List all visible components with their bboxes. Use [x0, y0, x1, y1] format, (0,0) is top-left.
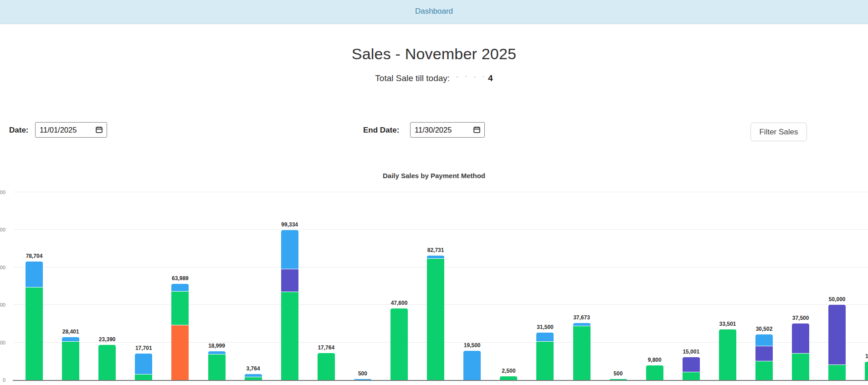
bar-20[interactable] — [719, 329, 736, 380]
bar-segment-blue[interactable] — [536, 333, 554, 342]
bar-segment-green[interactable] — [683, 372, 700, 380]
total-sale-visible-digit: 4 — [488, 73, 493, 83]
bar-segment-green[interactable] — [26, 287, 43, 380]
chart-title: Daily Sales by Payment Method — [0, 172, 868, 180]
bar-chart-plot[interactable]: 025,00050,00075,000100,000125,00078,7042… — [0, 182, 868, 385]
bar-segment-blue[interactable] — [135, 354, 152, 375]
bar-segment-green[interactable] — [390, 308, 408, 380]
bar-segment-blue[interactable] — [573, 323, 591, 326]
bar-13[interactable] — [463, 351, 481, 380]
bar-4[interactable] — [135, 354, 152, 380]
nav-bar: Dashboard — [0, 0, 868, 24]
bar-segment-green[interactable] — [610, 379, 627, 380]
bar-18[interactable] — [646, 365, 663, 380]
bar-segment-green[interactable] — [98, 345, 116, 380]
bar-3[interactable] — [98, 345, 116, 380]
bar-8[interactable] — [281, 230, 298, 380]
bar-segment-purple[interactable] — [755, 346, 773, 361]
bar-value-label: 47,600 — [374, 300, 424, 306]
bar-segment-green[interactable] — [865, 362, 868, 380]
bar-value-label: 19,500 — [447, 342, 497, 349]
bar-value-label: 500 — [593, 370, 643, 377]
bar-segment-purple[interactable] — [683, 357, 700, 372]
gridline — [14, 229, 868, 230]
bar-23[interactable] — [828, 305, 846, 380]
bar-segment-green[interactable] — [646, 365, 663, 380]
bar-segment-green[interactable] — [828, 365, 846, 380]
bar-segment-orange[interactable] — [171, 325, 189, 380]
bar-value-label: 78,704 — [9, 253, 59, 259]
bar-24[interactable] — [865, 362, 868, 380]
bar-segment-blue[interactable] — [427, 256, 444, 259]
bar-value-label: 9,800 — [630, 357, 680, 363]
end-date-label: End Date: — [363, 126, 399, 135]
bar-value-label: 15,001 — [666, 349, 716, 355]
bar-value-label: 37,500 — [776, 315, 826, 321]
nav-link-dashboard[interactable]: Dashboard — [415, 7, 453, 16]
bar-segment-green[interactable] — [318, 353, 335, 380]
start-date-field — [35, 122, 107, 138]
bar-segment-green[interactable] — [427, 259, 444, 380]
bar-segment-blue[interactable] — [281, 230, 298, 269]
bar-value-label: 63,989 — [155, 275, 205, 282]
bar-value-label: 2,500 — [483, 368, 534, 374]
x-axis-line — [13, 380, 868, 381]
bar-21[interactable] — [755, 334, 773, 380]
bar-segment-green[interactable] — [62, 342, 79, 380]
total-sale-label: Total Sale till today: — [375, 73, 450, 83]
bar-value-label: 31,500 — [520, 324, 570, 330]
bar-segment-blue[interactable] — [171, 284, 189, 292]
bar-value-label: 12,000 — [848, 353, 868, 359]
bar-5[interactable] — [171, 284, 189, 380]
bar-segment-blue[interactable] — [245, 374, 262, 377]
y-axis-tick-label: 0 — [0, 377, 5, 383]
bar-12[interactable] — [427, 256, 444, 380]
y-axis-tick-label: 50,000 — [0, 302, 5, 308]
bar-segment-green[interactable] — [500, 376, 517, 380]
bar-segment-purple[interactable] — [828, 305, 846, 365]
bar-segment-green[interactable] — [171, 292, 189, 325]
bar-segment-blue[interactable] — [463, 351, 481, 380]
bar-segment-green[interactable] — [208, 354, 226, 380]
bar-value-label: 17,701 — [118, 345, 169, 351]
bar-11[interactable] — [390, 308, 408, 380]
y-axis-tick-label: 25,000 — [0, 340, 5, 345]
filter-sales-button[interactable]: Filter Sales — [750, 123, 807, 141]
calendar-icon[interactable] — [95, 126, 103, 133]
bar-2[interactable] — [62, 337, 79, 380]
end-date-field — [410, 122, 485, 138]
bar-segment-green[interactable] — [573, 326, 591, 380]
start-date-label: Date: — [9, 126, 29, 135]
bar-segment-blue[interactable] — [26, 262, 43, 287]
bar-1[interactable] — [26, 262, 43, 380]
bar-17[interactable] — [610, 379, 627, 380]
bar-segment-blue[interactable] — [62, 337, 79, 342]
bar-segment-green[interactable] — [135, 375, 152, 380]
bar-7[interactable] — [245, 374, 262, 380]
bar-6[interactable] — [208, 351, 226, 380]
bar-9[interactable] — [318, 353, 335, 380]
bar-10[interactable] — [354, 379, 371, 380]
bar-segment-blue[interactable] — [354, 379, 371, 380]
bar-value-label: 37,673 — [557, 314, 607, 321]
bar-16[interactable] — [573, 323, 591, 380]
calendar-icon[interactable] — [473, 126, 481, 133]
bar-segment-blue[interactable] — [208, 351, 226, 354]
bar-segment-green[interactable] — [536, 342, 554, 380]
bar-segment-green[interactable] — [245, 377, 262, 380]
bar-segment-blue[interactable] — [755, 334, 773, 346]
bar-15[interactable] — [536, 333, 554, 380]
bar-segment-green[interactable] — [755, 361, 773, 380]
bar-value-label: 99,334 — [265, 221, 315, 228]
bar-value-label: 18,999 — [192, 343, 242, 349]
bar-segment-purple[interactable] — [281, 269, 298, 292]
bar-14[interactable] — [500, 376, 517, 380]
bar-22[interactable] — [792, 323, 809, 380]
bar-19[interactable] — [683, 357, 700, 380]
bar-value-label: 30,502 — [739, 326, 789, 332]
bar-segment-green[interactable] — [719, 329, 736, 380]
bar-value-label: 500 — [338, 370, 388, 377]
bar-segment-green[interactable] — [792, 354, 809, 380]
bar-segment-purple[interactable] — [792, 323, 809, 354]
bar-segment-green[interactable] — [281, 292, 298, 380]
